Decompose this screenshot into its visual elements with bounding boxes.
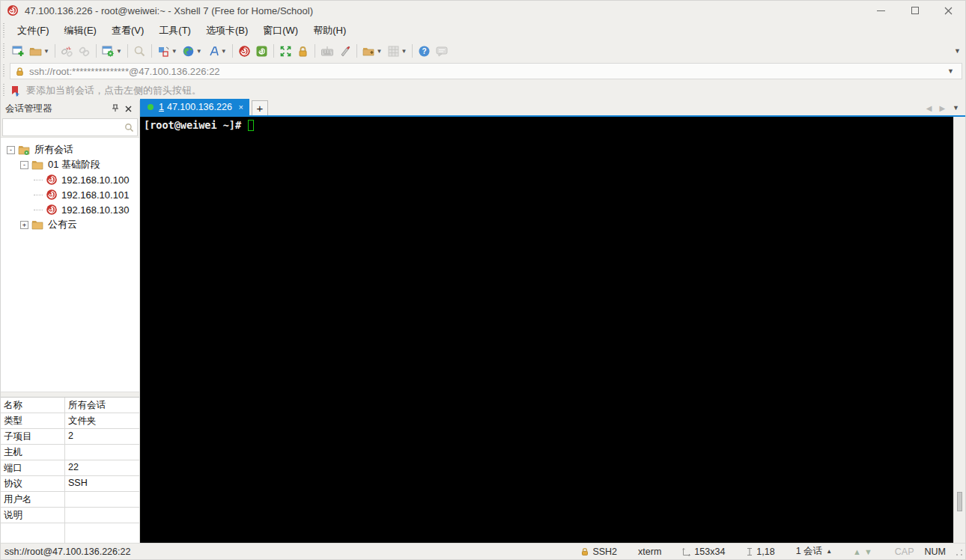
status-protocol[interactable]: SSH2 — [580, 547, 617, 557]
scroll-up-icon[interactable]: ▲ — [853, 547, 864, 556]
grid-view-button[interactable]: ▼ — [385, 43, 410, 60]
menubar-grip[interactable] — [3, 23, 7, 37]
scrollbar-thumb[interactable] — [957, 492, 962, 511]
menu-tabs[interactable]: 选项卡(B) — [198, 21, 255, 40]
status-terminal-type[interactable]: xterm — [638, 547, 661, 557]
grid-dropdown-arrow[interactable]: ▼ — [401, 48, 407, 55]
folder-icon — [31, 219, 44, 231]
property-label: 类型 — [1, 413, 65, 428]
terminal-screen[interactable]: [root@weiwei ~]# — [140, 117, 953, 543]
menu-window[interactable]: 窗口(W) — [255, 21, 306, 40]
reconnect-button[interactable] — [76, 43, 93, 60]
xshell-button[interactable] — [236, 43, 253, 60]
session-search-box[interactable] — [2, 118, 138, 136]
tree-node-session-130[interactable]: 192.168.10.130 — [1, 202, 139, 217]
menu-help[interactable]: 帮助(H) — [306, 21, 353, 40]
status-terminal-size[interactable]: 153x34 — [682, 547, 725, 557]
session-count-dropdown-arrow[interactable]: ▲ — [826, 548, 832, 555]
tree-node-folder-cloud[interactable]: + 公有云 — [1, 217, 139, 232]
property-value[interactable]: 所有会话 — [65, 398, 139, 413]
status-session-count[interactable]: 1 会话 ▲ — [796, 545, 832, 558]
xftp-button[interactable] — [253, 43, 270, 60]
menu-view[interactable]: 查看(V) — [104, 21, 151, 40]
font-dropdown-arrow[interactable]: ▼ — [221, 48, 227, 55]
menu-file[interactable]: 文件(F) — [10, 21, 57, 40]
encoding-dropdown-arrow[interactable]: ▼ — [196, 48, 202, 55]
properties-button[interactable]: ▼ — [100, 43, 124, 60]
toolbar-separator — [315, 44, 315, 58]
close-panel-button[interactable] — [122, 104, 135, 115]
property-value[interactable] — [65, 445, 139, 460]
tab-bar: 1 47.100.136.226 × + ◀ ▶ ▼ — [140, 100, 965, 117]
font-button[interactable]: ▼ — [204, 43, 229, 60]
collapse-icon[interactable]: - — [20, 161, 28, 169]
property-value[interactable] — [65, 508, 139, 523]
lock-button[interactable] — [294, 43, 312, 60]
collapse-icon[interactable]: - — [7, 146, 15, 154]
tree-node-folder-base[interactable]: - 01 基础阶段 — [1, 157, 139, 172]
disconnect-button[interactable] — [58, 43, 76, 60]
tab-close-icon[interactable]: × — [239, 103, 243, 112]
help-button[interactable]: ? — [416, 43, 433, 60]
tree-node-label[interactable]: 192.168.10.101 — [61, 189, 129, 201]
maximize-button[interactable] — [898, 1, 932, 20]
property-row: 说明 — [1, 508, 139, 523]
keyboard-icon — [321, 45, 334, 58]
new-folder-button[interactable]: ▼ — [360, 43, 385, 60]
close-button[interactable] — [932, 1, 965, 20]
infobar-grip[interactable] — [3, 84, 7, 97]
property-value[interactable]: SSH — [65, 476, 139, 491]
property-value[interactable]: 文件夹 — [65, 413, 139, 428]
tree-node-label[interactable]: 192.168.10.100 — [61, 174, 129, 186]
tree-node-label[interactable]: 192.168.10.130 — [61, 204, 129, 216]
tab-scroll-right-icon[interactable]: ▶ — [939, 104, 945, 112]
expand-icon[interactable]: + — [20, 221, 28, 229]
toolbar-overflow-arrow[interactable]: ▼ — [954, 47, 961, 55]
property-value[interactable]: 22 — [65, 460, 139, 475]
tree-node-label[interactable]: 所有会话 — [34, 143, 73, 156]
new-tab-button[interactable]: + — [252, 100, 268, 115]
new-session-button[interactable] — [10, 43, 27, 60]
menu-edit[interactable]: 编辑(E) — [57, 21, 104, 40]
toolbar-grip[interactable] — [3, 43, 7, 58]
menu-tools[interactable]: 工具(T) — [151, 21, 198, 40]
cursor-position-icon — [746, 547, 753, 556]
fullscreen-button[interactable] — [277, 43, 294, 60]
layout-dropdown-arrow[interactable]: ▼ — [171, 48, 177, 55]
layout-button[interactable]: ▼ — [155, 43, 180, 60]
encoding-button[interactable]: ▼ — [180, 43, 204, 60]
terminal-scrollbar[interactable] — [953, 117, 965, 543]
pin-panel-button[interactable] — [109, 104, 122, 115]
property-value[interactable] — [65, 492, 139, 507]
minimize-button[interactable] — [864, 1, 898, 20]
property-value[interactable]: 2 — [65, 429, 139, 444]
feedback-button[interactable] — [433, 43, 451, 60]
tree-node-label[interactable]: 01 基础阶段 — [48, 158, 100, 171]
terminal-column: 1 47.100.136.226 × + ◀ ▶ ▼ [root@weiwei … — [140, 100, 965, 543]
session-icon — [46, 189, 58, 201]
open-button[interactable]: ▼ — [27, 43, 52, 60]
tree-node-session-100[interactable]: 192.168.10.100 — [1, 172, 139, 187]
resize-grip[interactable] — [953, 547, 964, 557]
scroll-down-icon[interactable]: ▼ — [864, 547, 875, 556]
tree-node-label[interactable]: 公有云 — [48, 218, 77, 231]
tree-node-all-sessions[interactable]: - 所有会话 — [1, 142, 139, 157]
open-dropdown-arrow[interactable]: ▼ — [43, 48, 49, 55]
tab-list-dropdown-arrow[interactable]: ▼ — [953, 104, 959, 112]
session-search-input[interactable] — [3, 122, 124, 133]
addressbar-grip[interactable] — [3, 64, 7, 78]
status-cursor-position[interactable]: 1,18 — [746, 547, 774, 557]
tab-active[interactable]: 1 47.100.136.226 × — [140, 99, 249, 115]
address-field[interactable]: ssh://root:***************@47.100.136.22… — [10, 63, 962, 79]
find-button[interactable] — [131, 43, 148, 60]
panel-splitter[interactable] — [1, 392, 139, 397]
new-folder-dropdown-arrow[interactable]: ▼ — [377, 48, 383, 55]
menu-bar: 文件(F) 编辑(E) 查看(V) 工具(T) 选项卡(B) 窗口(W) 帮助(… — [1, 20, 965, 40]
highlight-button[interactable] — [336, 43, 353, 60]
virtual-keyboard-button[interactable] — [318, 43, 336, 60]
tree-node-session-101[interactable]: 192.168.10.101 — [1, 187, 139, 202]
toolbar-separator — [412, 44, 413, 58]
address-dropdown-arrow[interactable]: ▼ — [944, 67, 957, 75]
properties-dropdown-arrow[interactable]: ▼ — [116, 48, 122, 55]
tab-scroll-left-icon[interactable]: ◀ — [926, 104, 932, 112]
